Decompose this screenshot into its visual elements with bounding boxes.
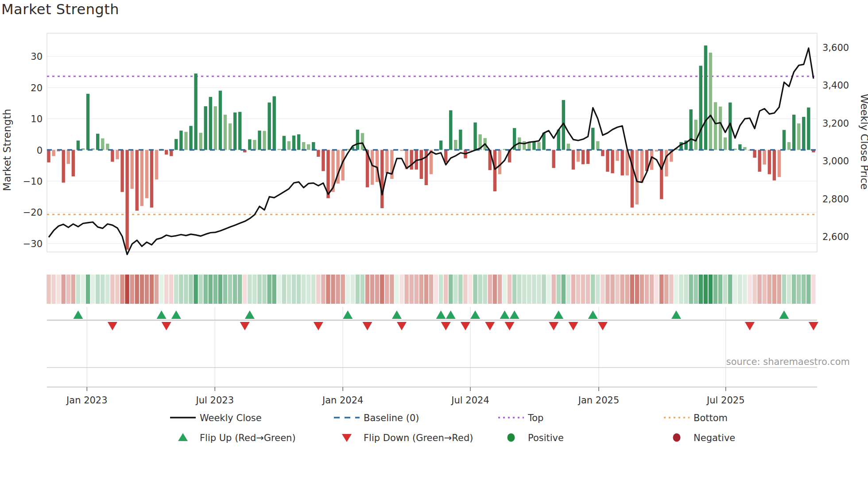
bar: [179, 131, 182, 150]
heatmap-cell: [218, 275, 222, 304]
heatmap-cell: [360, 275, 364, 304]
heatmap-cell: [797, 275, 801, 304]
heatmap-cell: [615, 275, 619, 304]
bar: [209, 97, 212, 150]
bar: [194, 74, 197, 150]
flip-up-marker: [157, 310, 167, 319]
bar: [145, 150, 148, 198]
source-note: source: sharemaestro.com: [726, 356, 850, 367]
heatmap-cell: [395, 275, 399, 304]
bar: [640, 150, 643, 183]
heatmap-cell: [81, 275, 85, 304]
bar: [577, 150, 580, 162]
legend-label: Flip Up (Red→Green): [200, 433, 296, 443]
heatmap-cell: [174, 275, 178, 304]
x-axis: Jan 2023Jul 2023Jan 2024Jul 2024Jan 2025…: [47, 387, 817, 406]
bar: [714, 102, 717, 150]
legend-label: Top: [527, 413, 543, 423]
heatmap-cell: [468, 275, 472, 304]
heatmap-cell: [493, 275, 497, 304]
heatmap-cell: [282, 275, 286, 304]
heatmap-cell: [508, 275, 512, 304]
right-axis-ticks: 3,6003,4003,2003,0002,8002,600: [822, 43, 849, 243]
heatmap-cell: [164, 275, 168, 304]
heatmap-cell: [110, 275, 114, 304]
x-tick-label: Jul 2023: [195, 395, 234, 406]
heatmap-cell: [453, 275, 457, 304]
heatmap-cell: [576, 275, 580, 304]
heatmap-cell: [542, 275, 546, 304]
heatmap-cell: [243, 275, 247, 304]
heatmap-cell: [763, 275, 767, 304]
bar: [77, 140, 80, 150]
bar: [174, 139, 178, 150]
flip-down-marker: [568, 322, 578, 330]
heatmap-cell: [463, 275, 467, 304]
heatmap-cell: [223, 275, 227, 304]
bar: [778, 150, 781, 177]
heatmap-cell: [782, 275, 786, 304]
heatmap-cell: [390, 275, 394, 304]
bar: [312, 142, 315, 150]
bar: [532, 141, 535, 150]
legend-label: Positive: [528, 433, 564, 443]
flip-down-marker: [314, 322, 323, 330]
bar: [258, 131, 261, 150]
heatmap-cell: [150, 275, 154, 304]
bar: [719, 107, 722, 150]
heatmap-cell: [292, 275, 296, 304]
heatmap-cell: [101, 275, 105, 304]
heatmap-cell: [66, 275, 70, 304]
flip-up-marker: [392, 310, 402, 319]
heatmap-cell: [777, 275, 781, 304]
bar: [586, 150, 589, 164]
left-tick-label: −20: [23, 207, 43, 218]
right-tick-label: 3,400: [822, 80, 849, 91]
heatmap-cell: [620, 275, 624, 304]
heatmap-cell: [586, 275, 590, 304]
heatmap-cell: [532, 275, 536, 304]
heatmap-cell: [135, 275, 139, 304]
bar: [229, 124, 232, 150]
legend-positive-icon: [508, 434, 515, 442]
heatmap-cell: [512, 275, 516, 304]
heatmap-cell: [189, 275, 193, 304]
heatmap-cell: [316, 275, 320, 304]
bar: [724, 137, 727, 150]
heatmap-cell: [434, 275, 438, 304]
heatmap-cell: [522, 275, 526, 304]
flip-up-marker: [671, 310, 681, 319]
heatmap-cell: [365, 275, 369, 304]
heatmap-cell: [699, 275, 703, 304]
bar: [302, 142, 305, 150]
bar: [233, 112, 236, 150]
heatmap-cell: [198, 275, 202, 304]
bar: [606, 150, 609, 172]
right-tick-label: 3,600: [822, 43, 849, 53]
heatmap-cell: [772, 275, 776, 304]
heatmap-cell: [552, 275, 556, 304]
legend: Weekly CloseBaseline (0)TopBottomFlip Up…: [170, 413, 735, 443]
heatmap-cell: [204, 275, 208, 304]
heatmap-cell: [46, 275, 50, 304]
heatmap-cell: [630, 275, 634, 304]
heatmap-cell: [140, 275, 144, 304]
heatmap-cell: [562, 275, 566, 304]
heatmap-cell: [694, 275, 698, 304]
heatmap-cell: [449, 275, 453, 304]
heatmap-cell: [625, 275, 629, 304]
bar: [758, 150, 761, 172]
heatmap-cell: [718, 275, 722, 304]
heatmap-cell: [321, 275, 325, 304]
bar: [219, 91, 222, 150]
heatmap-cell: [679, 275, 683, 304]
flip-up-marker: [510, 310, 519, 319]
bar: [773, 150, 776, 181]
flip-down-marker: [598, 322, 608, 330]
heatmap-cell: [439, 275, 443, 304]
heatmap-cell: [419, 275, 423, 304]
heatmap-cell: [635, 275, 639, 304]
heatmap-cell: [385, 275, 389, 304]
flip-down-marker: [809, 322, 818, 330]
bar: [140, 150, 143, 206]
